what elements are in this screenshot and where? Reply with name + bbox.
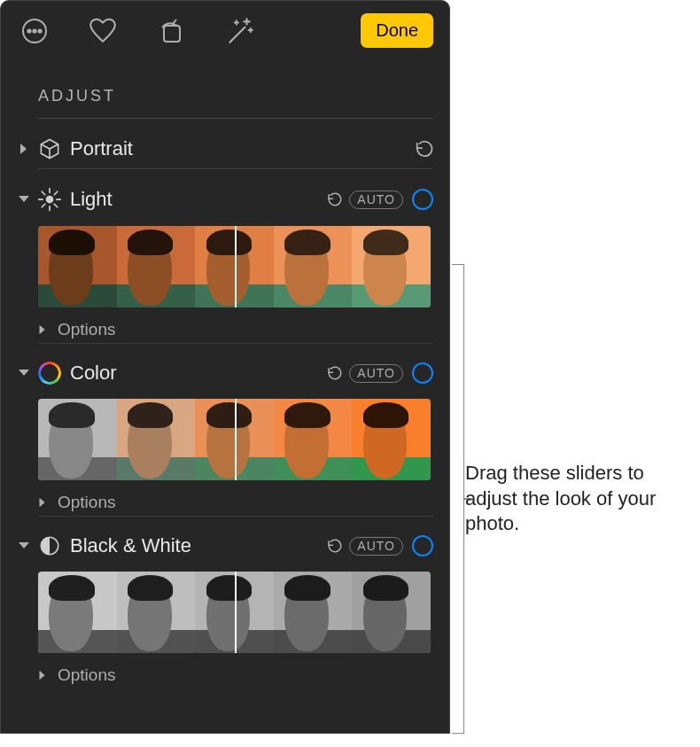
svg-line-11 <box>54 204 58 207</box>
bw-slider[interactable] <box>38 572 431 653</box>
reset-icon[interactable] <box>326 538 342 554</box>
slider-playhead[interactable] <box>235 226 237 307</box>
adjust-indicator-icon[interactable] <box>412 189 433 210</box>
options-label: Options <box>58 493 115 512</box>
svg-rect-4 <box>164 26 180 42</box>
svg-line-10 <box>42 191 45 195</box>
reset-icon[interactable] <box>414 139 433 159</box>
light-slider[interactable] <box>38 226 431 307</box>
color-ring-icon <box>35 362 65 385</box>
bw-row: Black & White AUTO <box>1 517 449 561</box>
favorite-icon[interactable] <box>88 16 118 46</box>
adjust-title: ADJUST <box>1 60 449 114</box>
disclosure-expanded-icon[interactable] <box>13 194 35 205</box>
slider-playhead[interactable] <box>235 572 237 653</box>
portrait-cube-icon <box>35 136 65 161</box>
svg-point-1 <box>27 29 30 32</box>
color-row: Color AUTO <box>1 344 449 388</box>
slider-playhead[interactable] <box>235 399 237 480</box>
bw-halfcircle-icon <box>35 534 65 557</box>
light-options-row[interactable]: Options <box>1 307 449 339</box>
portrait-row: Portrait <box>1 119 449 165</box>
color-options-row[interactable]: Options <box>1 480 449 512</box>
adjust-indicator-icon[interactable] <box>412 362 433 384</box>
auto-enhance-icon[interactable] <box>224 16 254 46</box>
svg-point-3 <box>38 29 41 32</box>
light-row: Light AUTO <box>1 169 449 215</box>
options-label: Options <box>58 665 115 685</box>
options-label: Options <box>58 320 115 339</box>
disclosure-collapsed-icon[interactable] <box>13 142 35 156</box>
adjust-panel: Done ADJUST Portrait Light AUTO <box>0 0 450 734</box>
done-button[interactable]: Done <box>361 13 433 48</box>
auto-button[interactable]: AUTO <box>349 537 403 556</box>
disclosure-collapsed-icon[interactable] <box>38 496 58 509</box>
svg-point-5 <box>46 196 54 204</box>
reset-icon[interactable] <box>326 191 342 207</box>
bw-label: Black & White <box>65 534 326 557</box>
auto-button[interactable]: AUTO <box>349 191 403 209</box>
disclosure-collapsed-icon[interactable] <box>38 669 58 681</box>
reset-icon[interactable] <box>326 365 342 381</box>
disclosure-expanded-icon[interactable] <box>13 541 35 551</box>
svg-line-12 <box>42 204 45 207</box>
editor-toolbar: Done <box>1 1 449 60</box>
more-icon[interactable] <box>20 17 49 45</box>
light-sun-icon <box>35 187 65 212</box>
color-slider[interactable] <box>38 399 431 480</box>
color-label: Color <box>65 362 326 385</box>
disclosure-collapsed-icon[interactable] <box>38 323 58 336</box>
adjust-indicator-icon[interactable] <box>412 535 433 556</box>
svg-line-13 <box>54 191 58 195</box>
portrait-label: Portrait <box>65 137 414 160</box>
callout-bracket <box>452 264 464 734</box>
callout-text: Drag these sliders to adjust the look of… <box>465 461 687 537</box>
rotate-crop-icon[interactable] <box>157 17 185 45</box>
svg-point-2 <box>33 29 35 32</box>
auto-button[interactable]: AUTO <box>349 364 403 383</box>
bw-options-row[interactable]: Options <box>1 653 449 685</box>
disclosure-expanded-icon[interactable] <box>13 368 35 378</box>
light-label: Light <box>65 188 326 211</box>
